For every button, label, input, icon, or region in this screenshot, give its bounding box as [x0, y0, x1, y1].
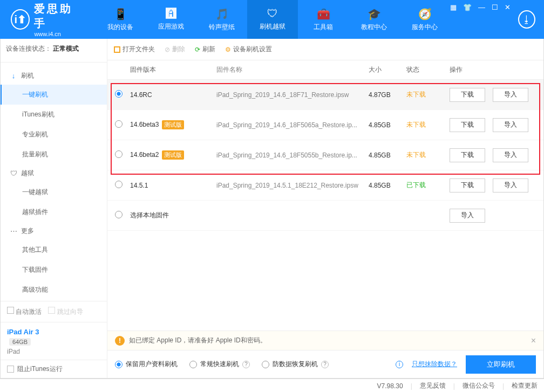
firmware-status: 未下载 — [406, 150, 450, 160]
nav-icon: 📱 — [114, 8, 127, 20]
sidebar-group-越狱[interactable]: 🛡越狱 — [1, 164, 107, 182]
nav-刷机越狱[interactable]: 🛡刷机越狱 — [247, 0, 298, 39]
radio-icon — [262, 361, 269, 368]
nav-我的设备[interactable]: 📱我的设备 — [95, 0, 146, 39]
import-button[interactable]: 导入 — [493, 118, 528, 132]
refresh-circle-button[interactable]: ⭳ — [518, 10, 535, 29]
warning-icon: ! — [115, 336, 125, 346]
nav-label: 我的设备 — [107, 23, 133, 32]
menu-icon[interactable]: ▦ — [450, 3, 457, 11]
window-controls: ▦ 👕 — ☐ ✕ — [450, 0, 518, 11]
import-button[interactable]: 导入 — [450, 209, 485, 223]
firmware-version: 14.5.1 — [130, 182, 148, 189]
help-icon[interactable]: ? — [242, 361, 250, 368]
sidebar-item-一键刷机[interactable]: 一键刷机 — [1, 85, 107, 105]
auto-activate-checkbox[interactable]: 自动激活 — [7, 307, 42, 317]
flash-option-常规快速刷机[interactable]: 常规快速刷机 ? — [189, 360, 250, 369]
device-storage: 64GB — [9, 338, 31, 346]
device-model: iPad — [7, 348, 100, 355]
sidebar-item-越狱插件[interactable]: 越狱插件 — [1, 202, 107, 222]
table-row[interactable]: 选择本地固件导入 — [107, 201, 543, 231]
block-itunes-checkbox[interactable]: 阻止iTunes运行 — [1, 360, 107, 378]
gear-icon: ⚙ — [225, 46, 231, 53]
sidebar-item-下载固件[interactable]: 下载固件 — [1, 260, 107, 280]
row-radio[interactable] — [115, 120, 123, 128]
firmware-status: 未下载 — [406, 90, 450, 99]
firmware-table: 固件版本 固件名称 大小 状态 操作 14.6RCiPad_Spring_201… — [107, 60, 543, 331]
connection-status: 设备连接状态： 正常模式 — [1, 39, 107, 63]
sidebar-item-高级功能[interactable]: 高级功能 — [1, 280, 107, 300]
delete-icon: ⊘ — [165, 46, 170, 53]
firmware-size: 4.85GB — [369, 182, 406, 189]
logo-icon: i⬆ — [11, 9, 30, 30]
device-name: iPad Air 3 — [7, 328, 39, 336]
import-button[interactable]: 导入 — [493, 148, 528, 162]
import-button[interactable]: 导入 — [493, 178, 528, 192]
nav-应用游戏[interactable]: 🅰应用游戏 — [146, 0, 196, 39]
help-icon[interactable]: ? — [321, 361, 329, 368]
col-version: 固件版本 — [130, 65, 216, 74]
sidebar-tree: ↓刷机一键刷机iTunes刷机专业刷机批量刷机🛡越狱一键越狱越狱插件⋯更多其他工… — [1, 63, 107, 301]
flash-now-button[interactable]: 立即刷机 — [466, 355, 536, 374]
radio-icon — [189, 361, 197, 368]
row-radio[interactable] — [115, 150, 123, 158]
version-label: V7.98.30 — [377, 382, 403, 390]
table-header: 固件版本 固件名称 大小 状态 操作 — [107, 60, 543, 80]
table-row[interactable]: 14.6beta3测试版iPad_Spring_2019_14.6_18F506… — [107, 110, 543, 140]
minimize-icon[interactable]: — — [478, 3, 485, 11]
download-button[interactable]: 下载 — [450, 118, 485, 132]
nav-教程中心[interactable]: 🎓教程中心 — [349, 0, 399, 39]
sidebar-group-刷机[interactable]: ↓刷机 — [1, 67, 107, 85]
connection-label: 设备连接状态： — [6, 45, 51, 52]
firmware-status: 未下载 — [406, 120, 450, 129]
refresh-icon: ⟳ — [195, 46, 200, 53]
nav-服务中心[interactable]: 🧭服务中心 — [399, 0, 450, 39]
device-info[interactable]: iPad Air 3 64GB iPad — [1, 322, 107, 360]
row-radio[interactable] — [115, 181, 123, 188]
maximize-icon[interactable]: ☐ — [492, 3, 498, 11]
logo-subtitle: www.i4.cn — [34, 31, 82, 37]
sidebar-item-iTunes刷机[interactable]: iTunes刷机 — [1, 105, 107, 125]
close-icon[interactable]: ✕ — [505, 3, 511, 11]
main-panel: 打开文件夹 ⊘删除 ⟳刷新 ⚙设备刷机设置 固件版本 固件名称 大小 状态 操作… — [107, 39, 543, 378]
nav-工具箱[interactable]: 🧰工具箱 — [298, 0, 349, 39]
sidebar-group-更多[interactable]: ⋯更多 — [1, 222, 107, 240]
erase-data-link[interactable]: 只想抹除数据？ — [412, 360, 457, 369]
nav-icon: 🎵 — [215, 8, 229, 20]
refresh-button[interactable]: ⟳刷新 — [195, 45, 215, 54]
table-row[interactable]: 14.6RCiPad_Spring_2019_14.6_18F71_Restor… — [107, 80, 543, 110]
wechat-link[interactable]: 微信公众号 — [463, 381, 495, 390]
check-update-link[interactable]: 检查更新 — [512, 381, 538, 390]
row-radio[interactable] — [115, 211, 123, 218]
firmware-version: 14.6RC — [130, 91, 152, 99]
firmware-version: 14.6beta2 — [130, 151, 159, 159]
firmware-size: 4.85GB — [369, 152, 406, 159]
feedback-link[interactable]: 意见反馈 — [420, 381, 446, 390]
download-button[interactable]: 下载 — [450, 88, 485, 102]
table-row[interactable]: 14.6beta2测试版iPad_Spring_2019_14.6_18F505… — [107, 140, 543, 170]
nav-铃声壁纸[interactable]: 🎵铃声壁纸 — [196, 0, 247, 39]
sidebar-item-批量刷机[interactable]: 批量刷机 — [1, 145, 107, 164]
sidebar-item-一键越狱[interactable]: 一键越狱 — [1, 182, 107, 202]
table-row[interactable]: 14.5.1iPad_Spring_2019_14.5.1_18E212_Res… — [107, 170, 543, 201]
row-radio[interactable] — [115, 90, 123, 98]
skip-wizard-checkbox[interactable]: 跳过向导 — [48, 307, 83, 317]
warning-bar: ! 如已绑定 Apple ID，请准备好 Apple ID和密码。 × — [107, 331, 543, 350]
nav-label: 服务中心 — [412, 23, 438, 32]
flash-option-保留用户资料刷机[interactable]: 保留用户资料刷机 — [115, 360, 178, 369]
info-icon[interactable]: i — [396, 361, 403, 368]
flash-option-防数据恢复刷机[interactable]: 防数据恢复刷机 ? — [262, 360, 329, 369]
nav-icon: 🛡 — [267, 8, 278, 20]
sidebar-item-其他工具[interactable]: 其他工具 — [1, 240, 107, 260]
sidebar-item-专业刷机[interactable]: 专业刷机 — [1, 125, 107, 145]
app-logo: i⬆ 爱思助手 www.i4.cn — [0, 2, 95, 37]
download-button[interactable]: 下载 — [450, 148, 485, 162]
nav-label: 教程中心 — [361, 23, 387, 32]
skin-icon[interactable]: 👕 — [463, 3, 472, 11]
nav-icon: 🧭 — [418, 8, 432, 20]
close-warning-button[interactable]: × — [531, 336, 536, 346]
download-button[interactable]: 下载 — [450, 178, 485, 192]
settings-button[interactable]: ⚙设备刷机设置 — [225, 45, 272, 54]
import-button[interactable]: 导入 — [493, 88, 528, 102]
open-folder-button[interactable]: 打开文件夹 — [114, 45, 155, 54]
